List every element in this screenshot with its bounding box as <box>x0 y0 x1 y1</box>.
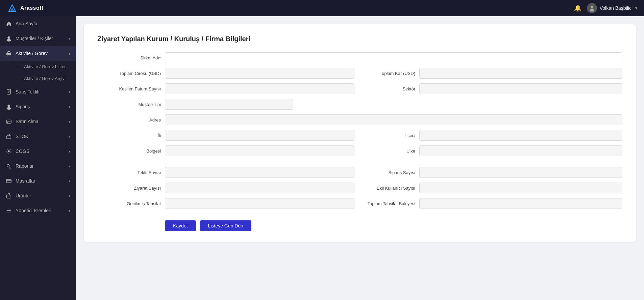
main-content: Ziyaret Yapılan Kurum / Kuruluş / Firma … <box>76 16 644 300</box>
form-card: Ziyaret Yapılan Kurum / Kuruluş / Firma … <box>84 24 636 242</box>
dash-icon-2: — <box>16 76 20 81</box>
fatura-sektor-row: Kesilen Fatura Sayısı Sektör <box>97 83 622 94</box>
sidebar-item-ana-sayfa[interactable]: Ana Sayfa <box>0 16 76 31</box>
teklif-siparis-row: Teklif Sayısı Sipariş Sayısı <box>97 167 622 178</box>
tahsilat-row: Gecikmiş Tahsilat Toplam Tahsilat Bakiye… <box>97 198 622 209</box>
toplam-ciro-input[interactable] <box>165 68 354 79</box>
kesilen-fatura-input[interactable] <box>165 83 354 94</box>
ilce-label: İlçesi <box>365 133 419 138</box>
sidebar-item-musteriler-label: Müşteriler / Kişiler <box>16 36 65 41</box>
sidebar-item-ana-sayfa-label: Ana Sayfa <box>16 21 70 26</box>
il-ilce-row: İli İlçesi <box>97 130 622 141</box>
toplam-tahsilat-input[interactable] <box>419 198 622 209</box>
bell-icon[interactable]: 🔔 <box>574 4 581 12</box>
svg-point-3 <box>590 9 594 11</box>
expense-icon <box>5 178 12 184</box>
user-name: Volkan Başbilici <box>600 5 633 11</box>
sidebar-item-aktivite[interactable]: Aktivite / Görev ▴ <box>0 46 76 61</box>
sidebar-item-satin-alma-label: Satın Alma <box>16 119 65 124</box>
chevron-icon-7: ▾ <box>69 149 70 153</box>
svg-rect-23 <box>7 195 11 198</box>
ulke-col: Ülke <box>354 145 622 156</box>
il-input[interactable] <box>165 130 354 141</box>
sektor-label: Sektör <box>365 86 419 91</box>
kaydet-button[interactable]: Kaydet <box>165 220 196 231</box>
ekli-kullanici-label: Ekli Kullanıcı Sayısı <box>365 186 419 191</box>
sirket-adi-row: Şirket Adı* <box>97 52 622 63</box>
musteri-tipi-row: Müşteri Tipi <box>97 99 622 110</box>
listeye-geri-don-button[interactable]: Listeye Geri Dön <box>200 220 251 231</box>
toplam-tahsilat-col: Toplam Tahsilat Bakiyesi <box>354 198 622 209</box>
logo-text: Arassoft <box>20 5 44 11</box>
svg-point-2 <box>591 6 593 8</box>
bolge-input[interactable] <box>165 145 354 156</box>
sidebar-item-musteriler[interactable]: Müşteriler / Kişiler ▾ <box>0 31 76 46</box>
home-icon <box>5 20 12 27</box>
sidebar-item-satis-teklifi[interactable]: Satış Teklifi ▾ <box>0 84 76 99</box>
sektor-col: Sektör <box>354 83 622 94</box>
kar-col: Toplam Kar (USD) <box>354 68 622 79</box>
svg-point-4 <box>7 36 10 39</box>
box-icon <box>5 133 12 140</box>
chevron-icon-11: ▾ <box>69 209 70 213</box>
sidebar-item-yonetici[interactable]: Yönetici İşlemleri ▾ <box>0 203 76 218</box>
siparis-sayisi-input[interactable] <box>419 167 622 178</box>
sidebar-item-satis-teklifi-label: Satış Teklifi <box>16 89 65 94</box>
sidebar-item-siparis[interactable]: Sipariş ▾ <box>0 99 76 114</box>
sidebar-item-urunler[interactable]: Ürünler ▾ <box>0 188 76 203</box>
sektor-input[interactable] <box>419 83 622 94</box>
chevron-icon-6: ▾ <box>69 135 70 138</box>
sirket-adi-input[interactable] <box>165 52 622 63</box>
gecmis-tahsilat-col: Gecikmiş Tahsilat <box>97 198 354 209</box>
ekli-col: Ekli Kullanıcı Sayısı <box>354 183 622 193</box>
bolge-label: Bölgesi <box>97 148 165 154</box>
svg-point-13 <box>7 105 10 107</box>
sidebar-item-stok[interactable]: STOK ▾ <box>0 129 76 144</box>
page-title: Ziyaret Yapılan Kurum / Kuruluş / Firma … <box>97 35 622 43</box>
sirket-adi-label: Şirket Adı* <box>97 55 165 60</box>
adres-row: Adres <box>97 114 622 125</box>
sidebar-item-siparis-label: Sipariş <box>16 104 65 109</box>
ekli-kullanici-input[interactable] <box>419 183 622 193</box>
button-row: Kaydet Listeye Geri Dön <box>97 220 622 231</box>
ilce-input[interactable] <box>419 130 622 141</box>
toplam-tahsilat-label: Toplam Tahsilat Bakiyesi <box>365 201 419 206</box>
musteri-tipi-input[interactable] <box>165 99 293 110</box>
sidebar-item-aktivite-arsiv[interactable]: — Aktivite / Görev Arşivi <box>0 73 76 84</box>
fatura-col: Kesilen Fatura Sayısı <box>97 83 354 94</box>
credit-card-icon <box>5 118 12 125</box>
ziyaret-sayisi-input[interactable] <box>165 183 354 193</box>
person-icon <box>5 35 12 42</box>
bolge-ulke-row: Bölgesi Ülke <box>97 145 622 156</box>
products-icon <box>5 192 12 199</box>
il-col: İli <box>97 130 354 141</box>
sidebar-item-satin-alma[interactable]: Satın Alma ▾ <box>0 114 76 129</box>
adres-input[interactable] <box>165 114 622 125</box>
chevron-icon-3: ▾ <box>69 90 70 94</box>
logo-icon <box>7 3 18 13</box>
teklif-sayisi-input[interactable] <box>165 167 354 178</box>
svg-point-7 <box>7 55 8 56</box>
chevron-icon-9: ▾ <box>69 179 70 183</box>
ziyaret-sayisi-label: Ziyaret Sayısı <box>97 186 165 191</box>
svg-rect-15 <box>6 120 11 124</box>
sidebar-item-raporlar[interactable]: Raporlar ▾ <box>0 159 76 173</box>
ulke-input[interactable] <box>419 145 622 156</box>
geckmis-tahsilat-label: Gecikmiş Tahsilat <box>97 201 165 206</box>
sidebar-item-masraflar[interactable]: Masraflar ▾ <box>0 173 76 188</box>
user-menu[interactable]: Volkan Başbilici ▾ <box>587 3 637 13</box>
chevron-up-icon: ▴ <box>69 52 70 55</box>
ulke-label: Ülke <box>365 148 419 154</box>
sidebar-item-cogs[interactable]: COGS ▾ <box>0 144 76 159</box>
svg-point-14 <box>7 107 11 110</box>
toplam-kar-label: Toplam Kar (USD) <box>365 71 419 76</box>
toplam-kar-input[interactable] <box>419 68 622 79</box>
musteri-tipi-label: Müşteri Tipi <box>97 102 165 107</box>
svg-point-20 <box>7 165 9 167</box>
chevron-icon-4: ▾ <box>69 105 70 109</box>
sidebar-item-aktivite-liste[interactable]: — Aktivite / Görev Listesi <box>0 61 76 73</box>
logo[interactable]: Arassoft <box>7 3 44 13</box>
geckmis-tahsilat-input[interactable] <box>165 198 354 209</box>
ziyaret-ekli-row: Ziyaret Sayısı Ekli Kullanıcı Sayısı <box>97 183 622 193</box>
ilce-col: İlçesi <box>354 130 622 141</box>
